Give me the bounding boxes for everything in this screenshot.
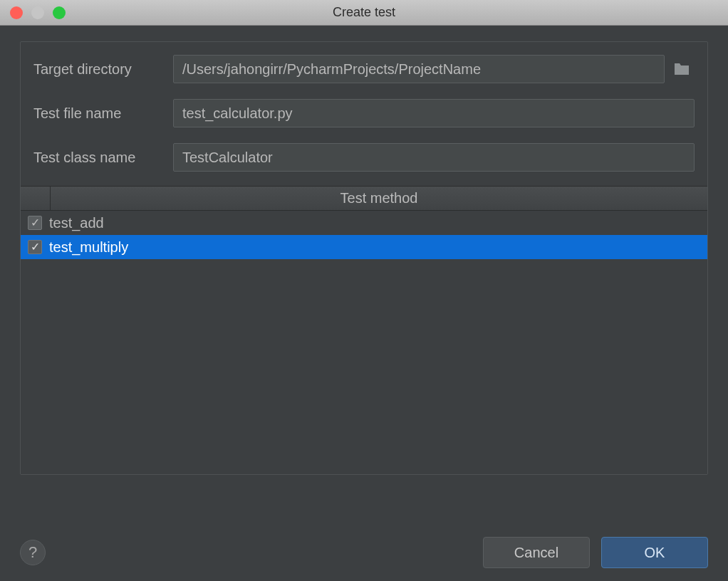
help-button[interactable]: ? xyxy=(20,540,46,565)
method-checkbox[interactable] xyxy=(28,240,42,254)
table-row[interactable]: test_add xyxy=(21,211,707,235)
spacer xyxy=(20,475,708,524)
table-row[interactable]: test_multiply xyxy=(21,235,707,259)
ok-button[interactable]: OK xyxy=(601,537,708,568)
test-methods-table: Test method test_addtest_multiply xyxy=(21,186,707,474)
test-file-name-input[interactable]: test_calculator.py xyxy=(173,99,695,127)
window-close-button[interactable] xyxy=(10,6,23,19)
browse-directory-button[interactable] xyxy=(669,55,695,83)
method-label: test_multiply xyxy=(49,239,128,256)
form-section: Target directory /Users/jahongirr/Pychar… xyxy=(20,41,708,475)
method-label: test_add xyxy=(49,215,104,231)
button-bar: ? Cancel OK xyxy=(20,524,708,568)
window-title: Create test xyxy=(333,5,395,20)
folder-icon xyxy=(673,62,690,76)
form-fields: Target directory /Users/jahongirr/Pychar… xyxy=(33,55,695,186)
test-class-name-label: Test class name xyxy=(33,150,173,166)
table-header: Test method xyxy=(21,187,707,211)
titlebar[interactable]: Create test xyxy=(0,0,728,26)
window-maximize-button[interactable] xyxy=(53,6,66,19)
method-checkbox[interactable] xyxy=(28,216,42,230)
cancel-button[interactable]: Cancel xyxy=(483,537,590,568)
test-class-name-input[interactable]: TestCalculator xyxy=(173,143,695,172)
table-checkbox-column-header[interactable] xyxy=(21,187,51,210)
target-directory-label: Target directory xyxy=(33,61,173,78)
test-file-name-label: Test file name xyxy=(33,105,173,122)
window-controls xyxy=(10,6,66,19)
table-method-column-header[interactable]: Test method xyxy=(51,190,707,206)
target-directory-input[interactable]: /Users/jahongirr/PycharmProjects/Project… xyxy=(173,55,665,83)
dialog-body: Target directory /Users/jahongirr/Pychar… xyxy=(0,26,728,581)
table-rows: test_addtest_multiply xyxy=(21,211,707,474)
window-minimize-button[interactable] xyxy=(31,6,44,19)
